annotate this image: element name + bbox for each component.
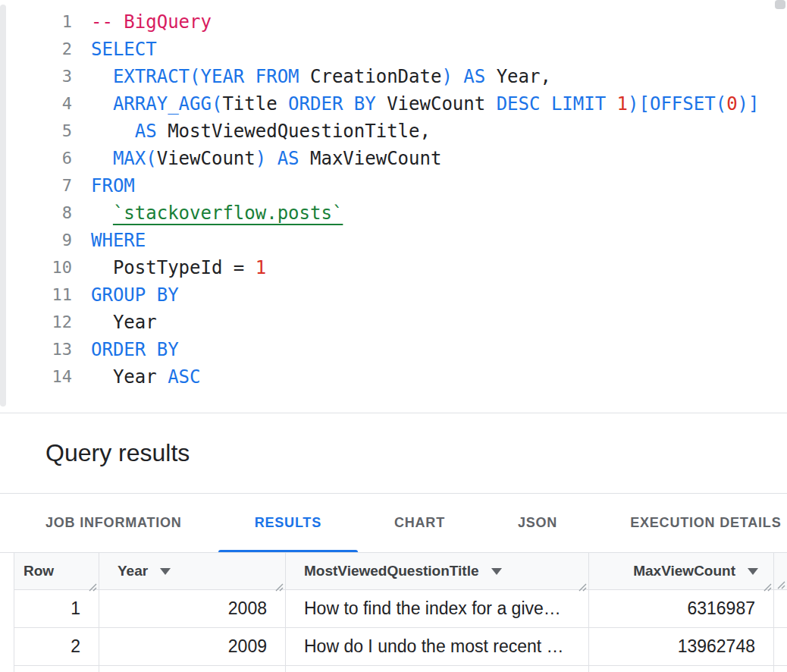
code-token: Year, — [497, 66, 551, 87]
code-line: 4 ARRAY_AGG(Title ORDER BY ViewCount DES… — [0, 90, 787, 118]
code-line: 12 Year — [0, 309, 787, 336]
line-number: 13 — [0, 336, 72, 363]
code-token — [606, 93, 616, 115]
code-line: 11GROUP BY — [0, 281, 787, 309]
code-token: ViewCount — [387, 93, 485, 115]
code-text[interactable]: MAX(ViewCount) AS MaxViewCount — [72, 145, 441, 172]
table-reference-link[interactable]: `stackoverflow.posts` — [113, 203, 343, 224]
column-resize-handle[interactable] — [87, 579, 97, 589]
code-line: 8 `stackoverflow.posts` — [0, 199, 787, 227]
table-cell — [589, 666, 774, 672]
tab-chart[interactable]: CHART — [358, 494, 481, 552]
sort-arrow-icon[interactable] — [748, 568, 758, 575]
code-token: ASC — [168, 366, 200, 388]
code-text[interactable]: EXTRACT(YEAR FROM CreationDate) AS Year, — [72, 63, 551, 90]
line-number: 3 — [0, 63, 72, 90]
code-token: EXTRACT( — [113, 66, 201, 87]
code-token: MAX( — [113, 148, 157, 169]
left-scrollbar[interactable] — [0, 5, 6, 407]
column-header-label: MaxViewCount — [633, 563, 735, 579]
table-cell: How do I undo the most recent … — [286, 628, 589, 665]
code-token — [485, 93, 496, 115]
column-header-mostviewedquestiontitle[interactable]: MostViewedQuestionTitle — [286, 553, 589, 589]
table-body: 12008How to find the index for a give…63… — [14, 590, 787, 672]
code-token: Year — [91, 366, 168, 388]
table-cell-stub — [774, 628, 787, 665]
editor-vertical-scrollbar-thumb[interactable] — [775, 0, 785, 9]
code-token: ORDER BY — [91, 339, 179, 360]
column-resize-handle[interactable] — [762, 579, 772, 589]
table-cell: 2009 — [99, 628, 286, 665]
code-text[interactable]: SELECT — [72, 36, 157, 63]
column-resize-handle[interactable] — [274, 579, 284, 589]
column-resize-handle[interactable] — [577, 579, 587, 589]
code-token: Year — [91, 312, 157, 333]
results-tab-bar: JOB INFORMATIONRESULTSCHARTJSONEXECUTION… — [0, 494, 787, 553]
code-token: ) — [256, 148, 266, 169]
code-text[interactable]: -- BigQuery — [72, 8, 212, 36]
code-line: 2SELECT — [0, 36, 787, 63]
code-text[interactable]: Year — [72, 309, 157, 336]
code-line: 14 Year ASC — [0, 363, 787, 391]
code-text[interactable]: ORDER BY — [72, 336, 179, 363]
table-cell: 2008 — [99, 590, 286, 627]
table-cell-stub — [774, 590, 787, 627]
column-header-maxviewcount[interactable]: MaxViewCount — [589, 553, 774, 589]
line-number: 9 — [0, 227, 72, 254]
query-results-title: Query results — [45, 439, 190, 467]
code-text[interactable]: AS MostViewedQuestionTitle, — [72, 118, 431, 145]
code-line: 7FROM — [0, 172, 787, 199]
table-cell: 13962748 — [589, 628, 774, 665]
table-cell: 1 — [14, 590, 99, 627]
code-token: GROUP BY — [91, 284, 179, 306]
tab-results[interactable]: RESULTS — [218, 494, 358, 552]
code-text[interactable]: FROM — [72, 172, 135, 199]
sql-editor[interactable]: 1-- BigQuery2SELECT3 EXTRACT(YEAR FROM C… — [0, 0, 787, 413]
code-text[interactable]: ARRAY_AGG(Title ORDER BY ViewCount DESC … — [72, 90, 759, 118]
code-token — [299, 66, 310, 87]
code-token: AS — [277, 148, 299, 169]
table-cell: 2 — [14, 628, 99, 665]
code-token: AS — [135, 121, 157, 142]
code-token: 1 — [256, 257, 266, 278]
code-line: 13ORDER BY — [0, 336, 787, 363]
column-header-label: MostViewedQuestionTitle — [304, 563, 479, 579]
column-header-year[interactable]: Year — [99, 553, 286, 589]
tab-job-information[interactable]: JOB INFORMATION — [9, 494, 218, 552]
code-line: 6 MAX(ViewCount) AS MaxViewCount — [0, 145, 787, 172]
code-line: 10 PostTypeId = 1 — [0, 254, 787, 281]
code-token — [266, 148, 277, 169]
sort-arrow-icon[interactable] — [491, 568, 502, 575]
tab-execution-details[interactable]: EXECUTION DETAILS — [594, 494, 787, 552]
code-line: 3 EXTRACT(YEAR FROM CreationDate) AS Yea… — [0, 63, 787, 90]
line-number: 12 — [0, 309, 72, 336]
column-resize-handle[interactable] — [776, 579, 785, 589]
code-text[interactable]: `stackoverflow.posts` — [72, 199, 343, 227]
code-token: LIMIT — [551, 93, 606, 115]
code-text[interactable]: WHERE — [72, 227, 146, 254]
code-text[interactable]: GROUP BY — [72, 281, 179, 309]
code-token: Title — [222, 93, 277, 115]
code-token: MaxViewCount — [299, 148, 442, 169]
code-lines: 1-- BigQuery2SELECT3 EXTRACT(YEAR FROM C… — [0, 8, 787, 391]
code-token: YEAR — [201, 66, 245, 87]
line-number: 7 — [0, 172, 72, 199]
code-token: PostTypeId = — [91, 257, 256, 278]
sort-arrow-icon[interactable] — [160, 568, 171, 575]
code-token: FROM — [256, 66, 299, 87]
code-token — [91, 93, 113, 115]
code-token: DESC — [497, 93, 541, 115]
table-cell — [14, 666, 99, 672]
column-header-row[interactable]: Row — [14, 553, 99, 589]
code-token: -- BigQuery — [91, 11, 212, 33]
code-text[interactable]: Year ASC — [72, 363, 201, 391]
code-token — [376, 93, 387, 115]
table-row: 12008How to find the index for a give…63… — [14, 590, 787, 628]
table-cell: How to find the index for a give… — [286, 590, 589, 627]
tab-json[interactable]: JSON — [481, 494, 594, 552]
code-token: ARRAY_AGG( — [113, 93, 223, 115]
column-header-label: Row — [24, 563, 54, 579]
code-token: MostViewedQuestionTitle, — [157, 121, 431, 142]
table-cell — [99, 666, 286, 672]
code-text[interactable]: PostTypeId = 1 — [72, 254, 266, 281]
